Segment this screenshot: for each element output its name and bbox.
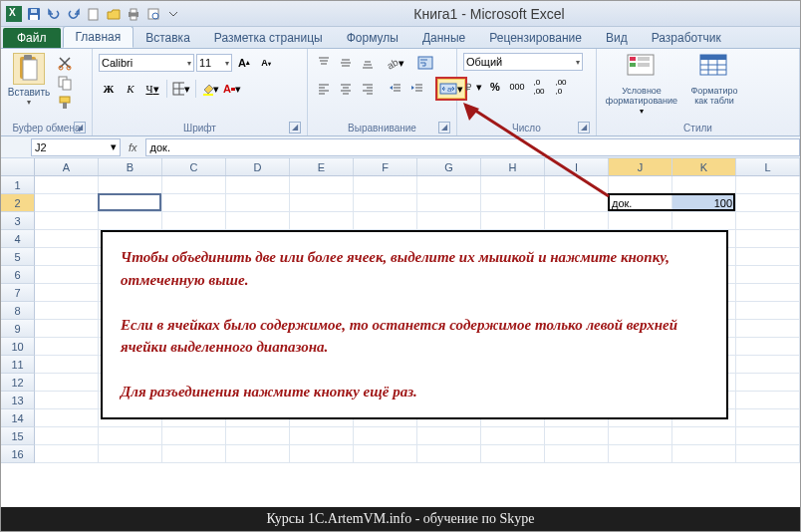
font-size-combo[interactable]: 11▾ — [196, 54, 232, 72]
cell[interactable] — [545, 445, 609, 463]
cell[interactable] — [736, 284, 800, 302]
cell[interactable]: 100 — [672, 194, 736, 212]
cell[interactable] — [226, 176, 290, 194]
cell[interactable] — [417, 427, 481, 445]
qat-new-icon[interactable] — [85, 5, 103, 23]
tab-view[interactable]: Вид — [594, 28, 640, 48]
cell[interactable] — [99, 445, 162, 463]
decrease-decimal-icon[interactable]: ,00,0 — [551, 77, 571, 97]
tab-review[interactable]: Рецензирование — [477, 28, 594, 48]
borders-icon[interactable]: ▾ — [171, 79, 191, 99]
file-tab[interactable]: Файл — [3, 28, 61, 48]
align-left-icon[interactable] — [314, 79, 334, 99]
cell[interactable] — [736, 409, 800, 427]
cell[interactable] — [162, 445, 226, 463]
bold-icon[interactable]: Ж — [99, 79, 119, 99]
align-right-icon[interactable] — [358, 79, 378, 99]
row-header[interactable]: 6 — [1, 266, 35, 284]
underline-icon[interactable]: Ч▾ — [142, 79, 162, 99]
undo-icon[interactable] — [45, 5, 63, 23]
cell[interactable] — [35, 445, 99, 463]
cell[interactable] — [99, 427, 162, 445]
col-header[interactable]: L — [736, 158, 800, 175]
cell[interactable] — [290, 212, 354, 230]
format-as-table-button[interactable]: Форматиро как табли — [684, 53, 744, 107]
align-bottom-icon[interactable] — [358, 53, 378, 73]
align-middle-icon[interactable] — [336, 53, 356, 73]
cell[interactable] — [35, 248, 99, 266]
tab-page-layout[interactable]: Разметка страницы — [202, 28, 335, 48]
cell[interactable] — [35, 266, 99, 284]
cell[interactable] — [35, 176, 99, 194]
cell[interactable] — [736, 176, 800, 194]
cell[interactable] — [162, 176, 226, 194]
cell[interactable] — [736, 356, 800, 374]
row-header[interactable]: 2 — [1, 194, 35, 212]
col-header[interactable]: C — [162, 158, 226, 175]
row-header[interactable]: 14 — [1, 409, 35, 427]
qat-print-icon[interactable] — [125, 5, 142, 23]
row-header[interactable]: 3 — [1, 212, 35, 230]
col-header[interactable]: B — [99, 158, 162, 175]
row-header[interactable]: 10 — [1, 338, 35, 356]
save-icon[interactable] — [25, 5, 43, 23]
paste-button[interactable]: Вставить ▾ — [7, 53, 51, 107]
cell[interactable] — [736, 230, 800, 248]
cell[interactable] — [672, 427, 736, 445]
cell[interactable] — [354, 445, 417, 463]
cell[interactable] — [417, 445, 481, 463]
font-launcher[interactable]: ◢ — [289, 122, 301, 133]
cell[interactable] — [35, 302, 99, 320]
cut-icon[interactable] — [55, 53, 75, 73]
tab-data[interactable]: Данные — [410, 28, 477, 48]
row-header[interactable]: 4 — [1, 230, 35, 248]
cell[interactable] — [35, 212, 99, 230]
excel-app-icon[interactable] — [5, 5, 23, 23]
increase-decimal-icon[interactable]: ,0,00 — [529, 77, 549, 97]
font-name-combo[interactable]: Calibri▾ — [99, 54, 194, 72]
percent-icon[interactable]: % — [485, 77, 505, 97]
cell[interactable] — [545, 427, 609, 445]
fill-color-icon[interactable]: ▾ — [200, 79, 220, 99]
cell[interactable] — [545, 212, 609, 230]
cell[interactable] — [99, 212, 162, 230]
alignment-launcher[interactable]: ◢ — [438, 122, 450, 133]
cell[interactable] — [226, 445, 290, 463]
cell[interactable] — [609, 445, 672, 463]
cell[interactable] — [736, 445, 800, 463]
cell[interactable] — [35, 427, 99, 445]
cell[interactable] — [736, 392, 800, 409]
cell[interactable] — [736, 194, 800, 212]
cell[interactable] — [35, 320, 99, 338]
italic-icon[interactable]: К — [121, 79, 140, 99]
cell[interactable] — [609, 427, 672, 445]
row-header[interactable]: 13 — [1, 392, 35, 409]
cell[interactable] — [290, 427, 354, 445]
number-format-combo[interactable]: Общий▾ — [463, 53, 583, 71]
cell[interactable] — [672, 445, 736, 463]
cell[interactable] — [609, 212, 672, 230]
qat-open-icon[interactable] — [105, 5, 123, 23]
cell[interactable] — [35, 284, 99, 302]
row-header[interactable]: 15 — [1, 427, 35, 445]
cell[interactable] — [99, 176, 162, 194]
tab-developer[interactable]: Разработчик — [640, 28, 733, 48]
increase-font-icon[interactable]: A▴ — [234, 53, 254, 73]
cell[interactable] — [736, 302, 800, 320]
col-header[interactable]: D — [226, 158, 290, 175]
decrease-indent-icon[interactable] — [386, 79, 405, 99]
cell[interactable] — [35, 409, 99, 427]
cell[interactable] — [35, 230, 99, 248]
cell[interactable] — [290, 176, 354, 194]
cell[interactable] — [736, 338, 800, 356]
col-header[interactable]: E — [290, 158, 354, 175]
comma-icon[interactable]: 000 — [507, 77, 527, 97]
wrap-text-icon[interactable] — [415, 53, 435, 73]
row-header[interactable]: 11 — [1, 356, 35, 374]
qat-customize-icon[interactable] — [164, 5, 182, 23]
row-header[interactable]: 5 — [1, 248, 35, 266]
increase-indent-icon[interactable] — [407, 79, 427, 99]
cell[interactable] — [162, 194, 226, 212]
cell[interactable] — [354, 176, 417, 194]
cell[interactable] — [162, 427, 226, 445]
